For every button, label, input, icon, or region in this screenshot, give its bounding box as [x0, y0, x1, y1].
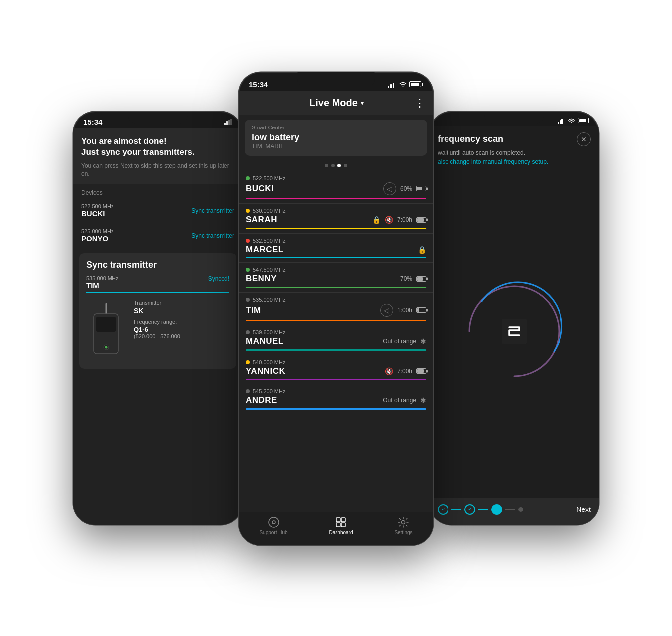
device-name-row-bucki: BUCKI ◁ 60%: [246, 182, 426, 195]
sync-btn-1[interactable]: Sync transmitter: [191, 207, 234, 214]
device-name-row-yannick: YANNICK 🔇 7:00h: [246, 366, 426, 376]
transmitter-value: SK: [134, 307, 180, 315]
left-screen: You are almost done!Just sync your trans…: [73, 128, 242, 525]
dropdown-arrow[interactable]: ▾: [361, 100, 364, 107]
svg-rect-9: [388, 86, 389, 88]
next-button[interactable]: Next: [576, 506, 591, 513]
device-row-bucki[interactable]: 522.500 MHz BUCKI ◁ 60%: [239, 171, 433, 204]
center-phone-notch: [298, 72, 375, 88]
device-row-header-sarah: 530.000 MHz: [246, 208, 426, 214]
left-phone: 15:34 You are almost done!Just sync your…: [73, 112, 242, 525]
device-name-row-marcel: MARCEL 🔒: [246, 245, 426, 254]
freq-line-sarah: 530.000 MHz: [246, 208, 285, 214]
svg-point-8: [105, 346, 108, 349]
nav-dashboard[interactable]: Dashboard: [329, 516, 353, 535]
device-name-yannick: YANNICK: [246, 366, 285, 376]
freq-line-manuel: 539.600 MHz: [246, 329, 285, 335]
sync-device-info-1: 522.500 MHz BUCKI: [81, 203, 113, 218]
sync-subtitle: You can press Next to skip this step and…: [81, 162, 234, 179]
time-tim: 1:00h: [397, 307, 412, 314]
device-row-header-tim: 535.000 MHz: [246, 297, 426, 303]
nav-settings[interactable]: Settings: [394, 516, 412, 535]
device-name-row-manuel: MANUEL Out of range ✱: [246, 336, 426, 346]
battery-yannick: [416, 368, 426, 374]
wizard-line-1: [451, 509, 461, 510]
wizard-step-3: [491, 504, 502, 515]
right-phone-notch: [484, 112, 544, 124]
bluetooth-icon-manuel: ✱: [420, 337, 426, 345]
device-row-manuel[interactable]: 539.600 MHz MANUEL Out of range ✱: [239, 325, 433, 355]
freq-line-marcel: 532.500 MHz: [246, 238, 285, 244]
right-phone: frequency scan ✕ wait until auto scan is…: [430, 112, 599, 525]
dashboard-icon: [335, 516, 347, 528]
svg-rect-15: [341, 518, 345, 522]
device-row-benny[interactable]: 547.500 MHz BENNY 70%: [239, 263, 433, 293]
right-wifi-icon: [568, 118, 575, 124]
mute-icon-bucki: ◁: [383, 182, 396, 195]
sync-header: You are almost done!Just sync your trans…: [73, 128, 242, 185]
signal-icon: [224, 119, 232, 125]
dot-2: [331, 164, 335, 167]
right-status-icons: [558, 118, 589, 124]
device-row-marcel[interactable]: 532.500 MHz MARCEL 🔒: [239, 234, 433, 263]
device-row-yannick[interactable]: 540.000 MHz YANNICK 🔇 7:00h: [239, 355, 433, 385]
color-bar-marcel: [246, 257, 426, 259]
device-name-row-tim: TIM ◁ 1:00h: [246, 304, 426, 317]
left-time: 15:34: [83, 118, 102, 126]
center-wifi-icon: [399, 81, 407, 87]
transmitter-detail: Transmitter SK Frequency range: Q1-6 (52…: [86, 300, 229, 362]
battery-pct-benny: 70%: [400, 275, 412, 282]
freq-range-detail: (520.000 - 576.000: [134, 333, 180, 339]
freq-scan-header: frequency scan ✕: [430, 126, 599, 149]
settings-icon: [397, 516, 409, 528]
battery-pct-bucki: 60%: [400, 185, 412, 192]
svg-rect-6: [96, 317, 116, 332]
status-dot-sarah: [246, 209, 250, 213]
device-row-header-yannick: 540.000 MHz: [246, 359, 426, 365]
right-screen: frequency scan ✕ wait until auto scan is…: [430, 126, 599, 525]
sync-device-freq-2: 525.000 MHz: [81, 228, 113, 234]
sync-btn-2[interactable]: Sync transmitter: [191, 232, 234, 239]
dot-indicators: [239, 164, 433, 167]
center-signal-icon: [388, 81, 397, 88]
sync-device-name-1: BUCKI: [81, 209, 113, 218]
header-title-area: Live Mode ▾: [309, 97, 364, 109]
meta-sarah: 🔒 🔇 7:00h: [372, 216, 426, 224]
freq-text-marcel: 532.500 MHz: [253, 238, 285, 244]
wizard-line-2: [478, 509, 488, 510]
center-battery: [409, 81, 423, 87]
sync-device-row-1: 522.500 MHz BUCKI Sync transmitter: [73, 198, 242, 223]
device-list: 522.500 MHz BUCKI ◁ 60%: [239, 171, 433, 512]
more-button[interactable]: ⋮: [414, 97, 425, 110]
sync-tim-status: Synced!: [208, 275, 229, 290]
smart-center-alert: low battery: [252, 132, 420, 143]
device-row-header-manuel: 539.600 MHz: [246, 329, 426, 335]
device-row-sarah[interactable]: 530.000 MHz SARAH 🔒 🔇 7:00h: [239, 204, 433, 234]
dot-3: [337, 164, 341, 167]
status-dot-andre: [246, 389, 250, 393]
freq-scan-title: frequency scan: [438, 134, 503, 144]
status-dot-marcel: [246, 239, 250, 243]
freq-scan-wait: wait until auto scan is completed.: [438, 149, 591, 156]
wizard-steps: ✓ ✓: [438, 504, 523, 515]
nav-support-hub[interactable]: Support Hub: [259, 516, 287, 535]
svg-rect-0: [224, 123, 226, 125]
battery-sarah: [416, 217, 426, 223]
freq-line-yannick: 540.000 MHz: [246, 359, 285, 365]
battery-fill-yannick: [417, 369, 424, 373]
app-title: Live Mode: [309, 97, 358, 109]
meta-manuel: Out of range ✱: [383, 337, 426, 345]
smart-center-names: TIM, MARIE: [252, 143, 420, 150]
close-button[interactable]: ✕: [577, 132, 591, 146]
sync-device-info-2: 525.000 MHz PONYO: [81, 228, 113, 243]
sennheiser-logo: [502, 319, 527, 344]
smart-center-card: Smart Center low battery TIM, MARIE: [245, 120, 427, 156]
sync-tim-name: TIM: [86, 281, 118, 290]
freq-range-value: Q1-6: [134, 326, 180, 333]
svg-rect-2: [228, 120, 230, 125]
freq-scan-link[interactable]: also change into manual frequency setup.: [438, 158, 591, 165]
meta-marcel: 🔒: [418, 246, 426, 254]
device-row-tim[interactable]: 535.000 MHz TIM ◁ 1:00h: [239, 293, 433, 326]
device-row-andre[interactable]: 545.200 MHz ANDRE Out of range ✱: [239, 384, 433, 414]
battery-fill-tim: [417, 308, 419, 312]
